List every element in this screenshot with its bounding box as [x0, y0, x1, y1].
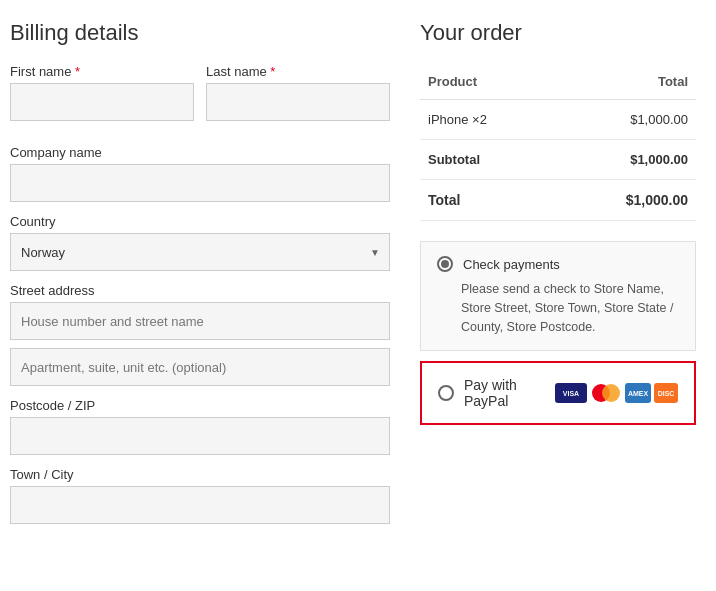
town-input[interactable] — [10, 486, 390, 524]
apt-input[interactable] — [10, 348, 390, 386]
paypal-label: Pay with PayPal — [464, 377, 555, 409]
total-row: Total $1,000.00 — [420, 180, 696, 221]
street-input[interactable] — [10, 302, 390, 340]
first-name-group: First name * — [10, 64, 194, 121]
company-group: Company name — [10, 145, 390, 202]
company-label: Company name — [10, 145, 390, 160]
order-title: Your order — [420, 20, 696, 46]
order-section: Your order Product Total iPhone ×2 $1,00… — [420, 20, 696, 536]
town-label: Town / City — [10, 467, 390, 482]
payment-card-icons: VISA AMEX DISC — [555, 383, 678, 403]
product-col-header: Product — [420, 64, 555, 100]
street-group: Street address — [10, 283, 390, 386]
country-group: Country Norway United States United King… — [10, 214, 390, 271]
check-radio[interactable] — [437, 256, 453, 272]
postcode-group: Postcode / ZIP — [10, 398, 390, 455]
postcode-label: Postcode / ZIP — [10, 398, 390, 413]
billing-title: Billing details — [10, 20, 390, 46]
subtotal-row: Subtotal $1,000.00 — [420, 140, 696, 180]
subtotal-value: $1,000.00 — [555, 140, 696, 180]
amex-icon: AMEX — [625, 383, 651, 403]
product-name: iPhone ×2 — [420, 100, 555, 140]
last-name-input[interactable] — [206, 83, 390, 121]
table-row: iPhone ×2 $1,000.00 — [420, 100, 696, 140]
country-select[interactable]: Norway United States United Kingdom Germ… — [10, 233, 390, 271]
svg-point-1 — [602, 384, 620, 402]
first-name-input[interactable] — [10, 83, 194, 121]
check-payment-label: Check payments — [463, 257, 560, 272]
paypal-left: Pay with PayPal — [438, 377, 555, 409]
check-payment-description: Please send a check to Store Name, Store… — [461, 280, 679, 336]
first-name-label: First name * — [10, 64, 194, 79]
check-payment-header: Check payments — [437, 256, 679, 272]
subtotal-label: Subtotal — [420, 140, 555, 180]
visa-icon: VISA — [555, 383, 587, 403]
last-name-label: Last name * — [206, 64, 390, 79]
street-label: Street address — [10, 283, 390, 298]
total-value: $1,000.00 — [555, 180, 696, 221]
postcode-input[interactable] — [10, 417, 390, 455]
total-col-header: Total — [555, 64, 696, 100]
discover-icon: DISC — [654, 383, 678, 403]
country-label: Country — [10, 214, 390, 229]
town-group: Town / City — [10, 467, 390, 524]
paypal-payment-header: Pay with PayPal VISA AMEX DISC — [438, 377, 678, 409]
last-name-group: Last name * — [206, 64, 390, 121]
company-input[interactable] — [10, 164, 390, 202]
paypal-payment-method: Pay with PayPal VISA AMEX DISC — [420, 361, 696, 425]
product-total: $1,000.00 — [555, 100, 696, 140]
country-select-wrapper: Norway United States United Kingdom Germ… — [10, 233, 390, 271]
order-table: Product Total iPhone ×2 $1,000.00 Subtot… — [420, 64, 696, 221]
mastercard-icon — [592, 384, 620, 402]
billing-section: Billing details First name * Last name *… — [10, 20, 390, 536]
check-payment-method: Check payments Please send a check to St… — [420, 241, 696, 351]
total-label: Total — [420, 180, 555, 221]
paypal-radio[interactable] — [438, 385, 454, 401]
